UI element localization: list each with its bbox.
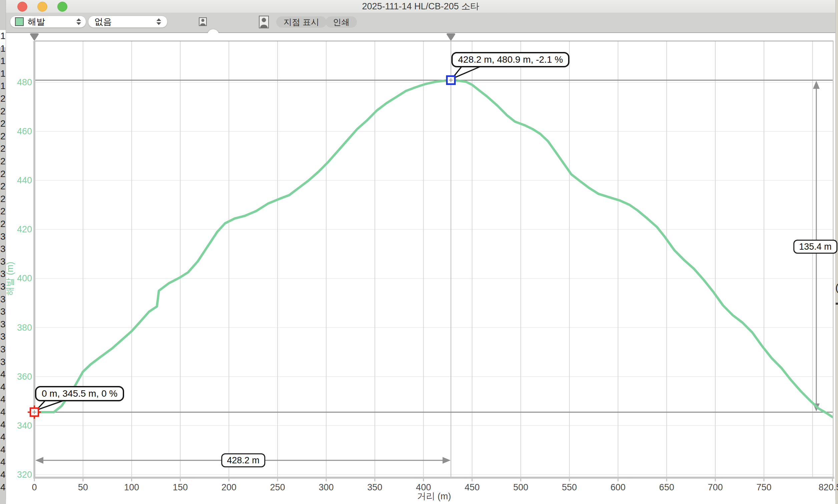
y-tick-label: 460: [7, 126, 32, 137]
background-list-digit: 3: [0, 306, 6, 317]
zoom-out-person-icon[interactable]: [199, 17, 207, 26]
background-list-digit: 2: [0, 219, 6, 229]
print-button[interactable]: 인쇄: [326, 16, 357, 28]
x-tick-label: 200: [222, 482, 237, 493]
x-tick-label: 750: [756, 482, 771, 493]
y-tick-label: 340: [7, 420, 32, 431]
x-tick-label: 650: [659, 482, 674, 493]
plot-canvas[interactable]: [6, 33, 835, 504]
minimize-button[interactable]: [37, 2, 47, 12]
background-list-digit: 2: [0, 131, 6, 142]
background-list-digit: 4: [0, 407, 6, 417]
app-window: 2025-111-14 HL/CB-205 소타 해발 없음 지점 표시 인쇄 …: [6, 0, 835, 504]
x-tick-label: 0: [32, 482, 37, 493]
y-tick-label: 420: [7, 224, 32, 235]
background-list-digit: 2: [0, 156, 6, 167]
background-list-digit: 4: [0, 444, 6, 455]
show-points-button[interactable]: 지점 표시: [276, 16, 327, 28]
background-list-digit: 3: [0, 344, 6, 355]
background-list-digit: 4: [0, 394, 6, 405]
start-point-callout: 0 m, 345.5 m, 0 %: [35, 386, 124, 401]
close-button[interactable]: [17, 2, 27, 12]
background-list-digit: 2: [0, 181, 6, 192]
x-tick-label: 300: [319, 482, 334, 493]
x-tick-label: 50: [78, 482, 88, 493]
background-list-digit: 3: [0, 331, 6, 342]
x-tick-label: 150: [173, 482, 188, 493]
background-list-digit: 2: [0, 118, 6, 129]
zoom-in-person-icon[interactable]: [259, 16, 269, 28]
titlebar: 2025-111-14 HL/CB-205 소타: [6, 0, 835, 13]
background-list-digit: 4: [0, 382, 6, 392]
series-dropdown[interactable]: 해발: [10, 16, 86, 28]
background-list-digit: 2: [0, 93, 6, 104]
chevron-updown-icon: [76, 18, 81, 25]
background-list-digit: 4: [0, 482, 6, 493]
x-tick-label: 350: [367, 482, 382, 493]
background-list-digit: 3: [0, 231, 6, 242]
x-tick-label: 550: [562, 482, 577, 493]
background-right-glyph: (: [835, 282, 838, 293]
background-list-digit: 2: [0, 206, 6, 217]
horizontal-span-label: 428.2 m: [221, 453, 265, 467]
y-tick-label: 380: [7, 322, 32, 333]
background-list-digit: 1: [0, 81, 6, 91]
x-axis-title: 거리 (m): [401, 490, 467, 502]
overlay-dropdown-label: 없음: [94, 16, 154, 28]
y-tick-label: 440: [7, 175, 32, 186]
peak-point-callout: 428.2 m, 480.9 m, -2.1 %: [451, 52, 570, 67]
background-list-digit: 1: [0, 56, 6, 66]
background-list-digit: 4: [0, 469, 6, 480]
x-tick-label: 820.5: [819, 482, 838, 493]
x-tick-label: 700: [708, 482, 723, 493]
y-tick-label: 360: [7, 371, 32, 382]
background-list-digit: 2: [0, 169, 6, 179]
y-tick-label: 320: [7, 469, 32, 480]
background-list-digit: 1: [0, 43, 6, 54]
y-tick-label: 480: [7, 77, 32, 88]
background-list-digit: 2: [0, 143, 6, 154]
background-list-digit: 3: [0, 319, 6, 330]
background-list-digit: 2: [0, 106, 6, 117]
series-color-swatch: [15, 17, 24, 26]
background-list-digit: 4: [0, 457, 6, 467]
overlay-dropdown[interactable]: 없음: [88, 16, 168, 28]
chart-area: 480460440420400380360340320 050100150200…: [6, 33, 835, 504]
background-list-digit: 2: [0, 194, 6, 204]
y-axis-title: 해발 (m): [4, 250, 15, 307]
background-list-digit: 4: [0, 432, 6, 442]
screen: { "window": { "title": "2025-111-14 HL/C…: [0, 0, 838, 504]
window-title: 2025-111-14 HL/CB-205 소타: [362, 0, 479, 12]
chevron-updown-icon: [156, 18, 161, 25]
toolbar: 해발 없음 지점 표시 인쇄: [6, 13, 835, 33]
series-dropdown-label: 해발: [28, 16, 74, 28]
x-tick-label: 250: [270, 482, 285, 493]
background-list-digit: 4: [0, 369, 6, 380]
zoom-button[interactable]: [57, 2, 67, 12]
x-tick-label: 600: [610, 482, 626, 493]
background-list-digit: 1: [0, 68, 6, 79]
x-tick-label: 100: [124, 482, 139, 493]
background-list-digit: 3: [0, 357, 6, 367]
background-list-digit: 4: [0, 419, 6, 430]
background-list-digit: 1: [0, 31, 6, 41]
x-tick-label: 500: [513, 482, 528, 493]
vertical-span-label: 135.4 m: [793, 240, 837, 254]
background-right-mark: [835, 303, 838, 305]
